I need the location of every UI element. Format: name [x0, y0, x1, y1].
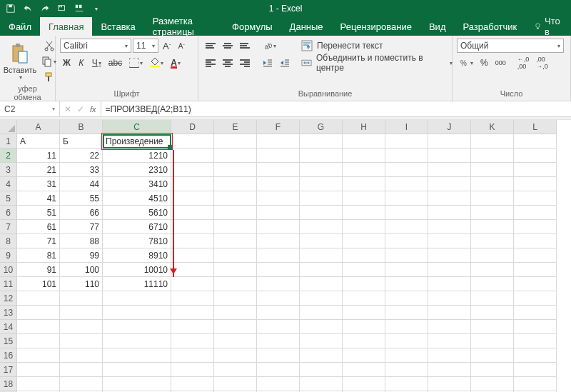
- cell[interactable]: [343, 163, 385, 177]
- cell[interactable]: [103, 291, 171, 306]
- cell[interactable]: [103, 334, 171, 348]
- cell[interactable]: [428, 191, 471, 206]
- row-header[interactable]: 6: [0, 206, 17, 220]
- percent-button[interactable]: %: [477, 56, 491, 70]
- cell[interactable]: [471, 263, 514, 277]
- cell[interactable]: [214, 263, 257, 277]
- cell[interactable]: [385, 320, 428, 334]
- cell[interactable]: [257, 149, 300, 163]
- align-right-button[interactable]: [237, 56, 253, 70]
- cell[interactable]: [428, 291, 471, 306]
- cell[interactable]: [103, 306, 171, 320]
- cell[interactable]: 100: [60, 263, 103, 277]
- cell[interactable]: [428, 377, 471, 391]
- cell[interactable]: [257, 134, 300, 149]
- cell[interactable]: [471, 291, 514, 306]
- cell[interactable]: [60, 291, 103, 306]
- cell[interactable]: [214, 291, 257, 306]
- tab-home[interactable]: Главная: [40, 17, 92, 36]
- align-bottom-button[interactable]: [237, 39, 253, 53]
- cell[interactable]: 33: [60, 163, 103, 177]
- column-header[interactable]: F: [257, 120, 300, 134]
- cell[interactable]: [17, 377, 60, 391]
- cell[interactable]: 41: [17, 191, 60, 206]
- cell[interactable]: [428, 220, 471, 234]
- cell[interactable]: [171, 348, 214, 363]
- row-header[interactable]: 2: [0, 149, 17, 163]
- cell[interactable]: [343, 134, 385, 149]
- strikethrough-button[interactable]: abc: [106, 56, 125, 70]
- row-header[interactable]: 11: [0, 277, 17, 291]
- orientation-button[interactable]: ab▾: [260, 39, 279, 53]
- number-format-combo[interactable]: Общий▾: [457, 39, 564, 53]
- cell[interactable]: [103, 348, 171, 363]
- tab-data[interactable]: Данные: [281, 17, 332, 36]
- cell[interactable]: [60, 306, 103, 320]
- column-header[interactable]: I: [385, 120, 428, 134]
- cell[interactable]: [300, 234, 343, 248]
- cell[interactable]: [343, 320, 385, 334]
- row-header[interactable]: 3: [0, 163, 17, 177]
- cell[interactable]: [514, 206, 557, 220]
- italic-button[interactable]: К: [75, 56, 88, 70]
- row-header[interactable]: 1: [0, 134, 17, 149]
- bold-button[interactable]: Ж: [60, 56, 74, 70]
- cell[interactable]: [428, 277, 471, 291]
- cell[interactable]: [257, 248, 300, 263]
- cell[interactable]: 51: [17, 206, 60, 220]
- column-header[interactable]: L: [514, 120, 557, 134]
- cell[interactable]: [471, 220, 514, 234]
- cell[interactable]: [471, 248, 514, 263]
- cell[interactable]: [214, 363, 257, 377]
- cell[interactable]: 11: [17, 149, 60, 163]
- cell[interactable]: 11110: [103, 277, 171, 291]
- cell[interactable]: [103, 363, 171, 377]
- cell[interactable]: [471, 234, 514, 248]
- cell[interactable]: [214, 134, 257, 149]
- column-header[interactable]: H: [343, 120, 385, 134]
- cell[interactable]: Произведение: [103, 134, 171, 149]
- column-header[interactable]: J: [428, 120, 471, 134]
- comma-style-button[interactable]: 000: [492, 56, 509, 70]
- cell[interactable]: 31: [17, 177, 60, 191]
- accounting-format-button[interactable]: %▾: [457, 56, 476, 70]
- cell[interactable]: [60, 334, 103, 348]
- enter-formula-icon[interactable]: ✓: [77, 104, 84, 114]
- qat-extra-icon[interactable]: [57, 4, 67, 14]
- cell[interactable]: 6710: [103, 220, 171, 234]
- cell[interactable]: [300, 277, 343, 291]
- cell[interactable]: [343, 191, 385, 206]
- column-header[interactable]: G: [300, 120, 343, 134]
- row-header[interactable]: 14: [0, 320, 17, 334]
- cell[interactable]: [171, 191, 214, 206]
- font-name-combo[interactable]: Calibri▾: [60, 39, 131, 53]
- cell[interactable]: 77: [60, 220, 103, 234]
- cell[interactable]: [17, 363, 60, 377]
- cell[interactable]: [514, 177, 557, 191]
- cell[interactable]: [428, 163, 471, 177]
- cell[interactable]: [428, 248, 471, 263]
- row-header[interactable]: 8: [0, 234, 17, 248]
- cell[interactable]: [514, 277, 557, 291]
- increase-indent-button[interactable]: [277, 56, 293, 70]
- cell[interactable]: [471, 306, 514, 320]
- cell[interactable]: [385, 377, 428, 391]
- cell[interactable]: 44: [60, 177, 103, 191]
- cell[interactable]: 55: [60, 191, 103, 206]
- cell[interactable]: [428, 134, 471, 149]
- cell[interactable]: [471, 348, 514, 363]
- cell[interactable]: [343, 177, 385, 191]
- tab-file[interactable]: Файл: [0, 17, 40, 36]
- cell[interactable]: [471, 191, 514, 206]
- cell[interactable]: [171, 177, 214, 191]
- cell[interactable]: 22: [60, 149, 103, 163]
- cell[interactable]: [214, 191, 257, 206]
- cell[interactable]: [171, 234, 214, 248]
- tab-page-layout[interactable]: Разметка страницы: [144, 17, 223, 36]
- cell[interactable]: [103, 320, 171, 334]
- cell[interactable]: [171, 163, 214, 177]
- cell[interactable]: 1210: [103, 149, 171, 163]
- cell[interactable]: [514, 306, 557, 320]
- align-center-button[interactable]: [220, 56, 236, 70]
- cell[interactable]: [171, 248, 214, 263]
